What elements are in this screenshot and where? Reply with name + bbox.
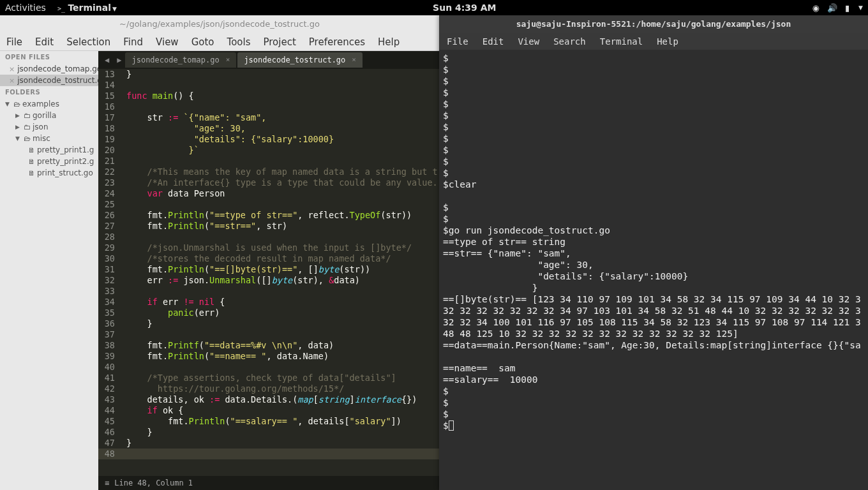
menu-file[interactable]: File (6, 36, 22, 48)
terminal-menubar: File Edit View Search Terminal Help (439, 33, 868, 50)
chevron-down-icon: ▼ (112, 6, 117, 12)
folder-json[interactable]: ▶🗀json (0, 121, 98, 133)
terminal-body[interactable]: $ $ $ $ $ $ $ $ $ $ $ $clear $ $ $go run… (439, 50, 868, 490)
folder-gorilla[interactable]: ▶🗀gorilla (0, 110, 98, 121)
active-app[interactable]: >_ Terminal▼ (57, 3, 117, 13)
close-icon[interactable]: × (352, 52, 356, 68)
folder-misc[interactable]: ▼🗁misc (0, 133, 98, 144)
file-print-struct[interactable]: 🗎print_struct.go (0, 167, 98, 179)
folder-open-icon: 🗁 (24, 135, 31, 143)
close-icon[interactable]: × (9, 65, 15, 73)
status-hamburger-icon[interactable]: ≡ (105, 479, 109, 487)
editor-menubar: File Edit Selection Find View Goto Tools… (0, 33, 439, 51)
code-area: ◀ ▶ jsondecode_tomap.go× jsondecode_tost… (98, 51, 439, 490)
status-position: Line 48, Column 1 (114, 479, 193, 487)
chevron-right-icon: ▶ (15, 112, 22, 119)
chevron-right-icon: ▶ (15, 124, 22, 130)
sidebar: OPEN FILES ×jsondecode_tomap.go ×jsondec… (0, 51, 98, 490)
folder-icon: 🗀 (24, 123, 31, 131)
cursor (449, 420, 454, 431)
file-pretty-print1[interactable]: 🗎pretty_print1.g (0, 144, 98, 156)
term-menu-file[interactable]: File (447, 36, 468, 47)
menu-edit[interactable]: Edit (35, 36, 54, 48)
nav-back-icon[interactable]: ◀ (101, 56, 113, 64)
code-editor[interactable]: 13}1415func main() {1617 str := `{"name"… (98, 69, 439, 476)
open-file-1[interactable]: ×jsondecode_tomap.go (0, 63, 98, 75)
menu-project[interactable]: Project (263, 36, 296, 48)
term-menu-help[interactable]: Help (657, 36, 678, 47)
menu-preferences[interactable]: Preferences (309, 36, 365, 48)
close-icon[interactable]: × (9, 77, 15, 85)
menu-help[interactable]: Help (378, 36, 400, 48)
file-pretty-print2[interactable]: 🗎pretty_print2.g (0, 156, 98, 167)
folder-open-icon: 🗁 (13, 100, 20, 108)
terminal-titlebar: saju@saju-Inspiron-5521:/home/saju/golan… (439, 15, 868, 33)
tab-tostruct[interactable]: jsondecode_tostruct.go× (237, 52, 363, 68)
editor-window: ~/golang/examples/json/jsondecode_tostru… (0, 15, 439, 490)
gnome-topbar: Activities >_ Terminal▼ Sun 4:39 AM ◉ 🔊 … (0, 0, 868, 15)
menu-goto[interactable]: Goto (191, 36, 214, 48)
term-menu-search[interactable]: Search (553, 36, 586, 47)
term-menu-view[interactable]: View (518, 36, 539, 47)
wifi-icon[interactable]: ◉ (812, 3, 819, 13)
close-icon[interactable]: × (226, 52, 230, 68)
folder-icon: 🗀 (24, 112, 31, 120)
menu-selection[interactable]: Selection (66, 36, 110, 48)
menu-view[interactable]: View (156, 36, 179, 48)
clock[interactable]: Sun 4:39 AM (117, 3, 812, 13)
status-bar: ≡ Line 48, Column 1 (98, 476, 439, 490)
terminal-window: saju@saju-Inspiron-5521:/home/saju/golan… (439, 15, 868, 490)
system-menu-icon[interactable]: ▼ (858, 4, 863, 11)
tab-row: ◀ ▶ jsondecode_tomap.go× jsondecode_tost… (98, 51, 439, 69)
activities-button[interactable]: Activities (5, 3, 46, 13)
terminal-icon: >_ (57, 5, 65, 12)
chevron-down-icon: ▼ (5, 101, 11, 107)
menu-tools[interactable]: Tools (227, 36, 251, 48)
file-icon: 🗎 (28, 158, 35, 166)
open-file-2[interactable]: ×jsondecode_tostruct.go (0, 75, 98, 86)
open-files-header: OPEN FILES (0, 51, 98, 63)
tab-tomap[interactable]: jsondecode_tomap.go× (125, 52, 236, 68)
nav-forward-icon[interactable]: ▶ (113, 56, 125, 64)
volume-icon[interactable]: 🔊 (827, 3, 837, 13)
term-menu-terminal[interactable]: Terminal (600, 36, 643, 47)
menu-find[interactable]: Find (123, 36, 143, 48)
battery-icon[interactable]: ▮ (845, 3, 849, 13)
folders-header: FOLDERS (0, 86, 98, 98)
folder-root[interactable]: ▼🗁examples (0, 98, 98, 110)
file-icon: 🗎 (28, 146, 35, 154)
file-icon: 🗎 (28, 169, 35, 177)
editor-titlebar: ~/golang/examples/json/jsondecode_tostru… (0, 15, 439, 33)
chevron-down-icon: ▼ (15, 135, 22, 142)
term-menu-edit[interactable]: Edit (483, 36, 504, 47)
